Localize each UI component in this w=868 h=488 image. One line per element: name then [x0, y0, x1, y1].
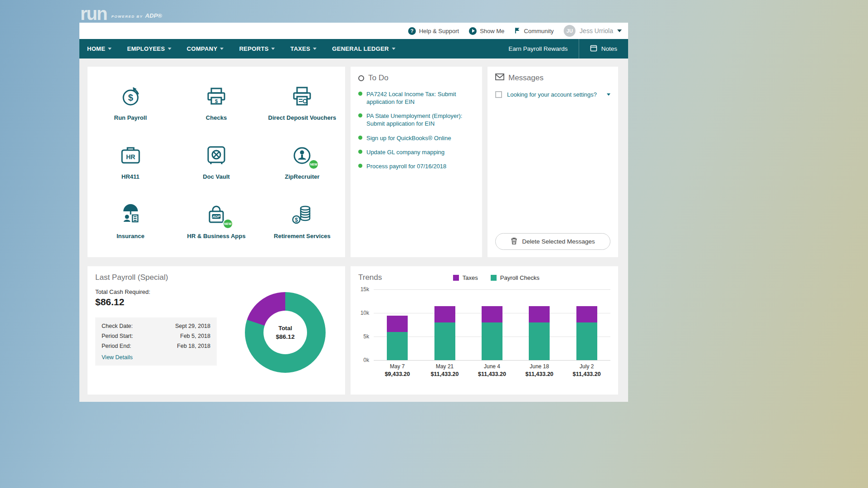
messages-card: Messages Looking for your account settin… — [488, 67, 618, 257]
chevron-down-icon — [108, 48, 112, 50]
message-checkbox[interactable] — [495, 91, 502, 98]
trends-title: Trends — [358, 273, 382, 282]
earn-payroll-rewards-button[interactable]: Earn Payroll Rewards — [497, 39, 579, 59]
total-cash-required-label: Total Cash Required: — [95, 288, 217, 295]
y-tick-0k: 0k — [363, 357, 369, 363]
trends-y-axis: 0k5k10k15k — [358, 289, 374, 360]
hr-briefcase-icon: HR — [118, 143, 143, 168]
donut-center: Total $86.12 — [263, 311, 307, 354]
todo-title: To Do — [368, 73, 388, 83]
todo-card: To Do PA7242 Local Income Tax: Submit ap… — [351, 67, 482, 257]
gridline-0k — [374, 360, 610, 361]
chevron-down-icon — [220, 48, 224, 50]
logo-row: run POWERED BY ADP® — [79, 0, 628, 23]
nav-item-employees[interactable]: EMPLOYEES — [119, 39, 179, 59]
x-label-may-7: May 7$9,433.20 — [376, 363, 419, 377]
todo-item[interactable]: Update GL company mapping — [358, 148, 474, 156]
avatar: JU — [564, 25, 575, 37]
nav-item-taxes[interactable]: TAXES — [283, 39, 324, 59]
message-row: Looking for your account settings? — [495, 91, 610, 98]
todo-item[interactable]: PA State Unemployment (Employer): Submit… — [358, 112, 474, 127]
bullet-icon — [358, 92, 362, 96]
y-tick-15k: 15k — [361, 286, 369, 293]
todo-circle-icon — [358, 75, 364, 81]
legend-item-payroll-checks: Payroll Checks — [491, 274, 540, 281]
user-menu[interactable]: JU Jess Urriola — [564, 25, 622, 37]
ziprecruiter-icon: NEW — [290, 143, 314, 168]
bar-may-7 — [376, 289, 419, 360]
new-badge: NEW — [308, 159, 319, 170]
bar-june-4 — [471, 289, 513, 360]
view-details-link[interactable]: View Details — [102, 354, 133, 361]
notes-label: Notes — [601, 45, 617, 52]
trash-icon — [511, 237, 517, 246]
help-support-link[interactable]: ? Help & Support — [408, 27, 459, 35]
bullet-icon — [358, 164, 362, 168]
shortcut-ziprecruiter[interactable]: NEW ZipRecruiter — [259, 132, 345, 192]
x-label-june-18: June 18$11,433.20 — [518, 363, 561, 377]
messages-title: Messages — [508, 73, 543, 83]
shortcut-direct-deposit-vouchers[interactable]: Direct Deposit Vouchers — [259, 73, 345, 132]
detail-row-period-start: Period Start: Feb 5, 2018 — [102, 333, 210, 339]
shortcuts-card: $ Run Payroll $ Checks Direct Deposit Vo… — [88, 67, 345, 257]
payroll-details-box: Check Date: Sept 29, 2018 Period Start: … — [95, 317, 217, 366]
notes-icon — [590, 44, 597, 53]
safe-icon — [204, 143, 229, 168]
last-payroll-title: Last Payroll (Special) — [95, 273, 337, 282]
todo-item[interactable]: PA7242 Local Income Tax: Submit applicat… — [358, 90, 474, 106]
help-support-label: Help & Support — [419, 28, 459, 34]
x-label-june-4: June 4$11,433.20 — [471, 363, 513, 377]
chevron-down-icon — [271, 48, 275, 50]
main-content: $ Run Payroll $ Checks Direct Deposit Vo… — [79, 59, 628, 402]
chevron-down-icon[interactable] — [607, 93, 610, 96]
nav-item-general-ledger[interactable]: GENERAL LEDGER — [324, 39, 403, 59]
show-me-link[interactable]: Show Me — [469, 27, 504, 35]
nav-right: Earn Payroll Rewards Notes — [497, 39, 628, 59]
umbrella-person-icon — [118, 203, 143, 227]
last-payroll-card: Last Payroll (Special) Total Cash Requir… — [88, 266, 345, 395]
run-logo: run — [80, 5, 107, 22]
svg-text:HR: HR — [126, 153, 135, 161]
trends-plot — [374, 289, 610, 360]
printer-icon: $ — [204, 84, 229, 109]
x-label-may-21: May 21$11,433.20 — [424, 363, 466, 377]
trends-x-labels: May 7$9,433.20May 21$11,433.20June 4$11,… — [374, 363, 610, 377]
delete-selected-messages-button[interactable]: Delete Selected Messages — [495, 233, 610, 250]
run-payroll-icon: $ — [118, 84, 143, 109]
shortcut-run-payroll[interactable]: $ Run Payroll — [88, 73, 173, 132]
powered-by-adp: POWERED BY ADP® — [111, 12, 162, 19]
trends-header: Trends Taxes Payroll Checks — [358, 273, 610, 282]
shortcut-insurance[interactable]: Insurance — [88, 191, 173, 251]
shortcut-hr411[interactable]: HR HR411 — [88, 132, 173, 192]
utility-bar: ? Help & Support Show Me Community JU Je… — [79, 23, 628, 39]
y-tick-10k: 10k — [361, 310, 369, 316]
todo-item[interactable]: Process payroll for 07/16/2018 — [358, 162, 474, 170]
nav-item-home[interactable]: HOME — [79, 39, 119, 59]
shortcut-checks[interactable]: $ Checks — [173, 73, 259, 132]
bar-july-2 — [566, 289, 608, 360]
adp-bag-icon: ADP NEW — [204, 203, 229, 227]
message-link[interactable]: Looking for your account settings? — [507, 91, 602, 98]
shortcut-hr-business-apps[interactable]: ADP NEW HR & Business Apps — [173, 191, 259, 251]
chevron-down-icon — [313, 48, 317, 50]
nav-item-reports[interactable]: REPORTS — [231, 39, 283, 59]
shortcut-doc-vault[interactable]: Doc Vault — [173, 132, 259, 192]
chevron-down-icon — [617, 29, 622, 32]
taxes-swatch — [453, 275, 459, 281]
last-payroll-summary: Total Cash Required: $86.12 Check Date: … — [95, 288, 217, 373]
app-container: run POWERED BY ADP® ? Help & Support Sho… — [79, 0, 628, 402]
flag-icon — [514, 27, 521, 35]
community-link[interactable]: Community — [514, 27, 554, 35]
todo-item[interactable]: Sign up for QuickBooks® Online — [358, 134, 474, 142]
trends-bars — [374, 289, 610, 360]
chevron-down-icon — [392, 48, 395, 50]
shortcut-retirement-services[interactable]: $ Retirement Services — [259, 191, 345, 251]
y-tick-5k: 5k — [363, 333, 369, 340]
total-cash-required-value: $86.12 — [95, 297, 217, 307]
notes-button[interactable]: Notes — [579, 39, 628, 59]
bar-may-21 — [424, 289, 466, 360]
last-payroll-body: Total Cash Required: $86.12 Check Date: … — [95, 288, 337, 373]
nav-item-company[interactable]: COMPANY — [179, 39, 232, 59]
donut-center-label: Total — [278, 325, 292, 332]
detail-row-check-date: Check Date: Sept 29, 2018 — [102, 323, 210, 329]
